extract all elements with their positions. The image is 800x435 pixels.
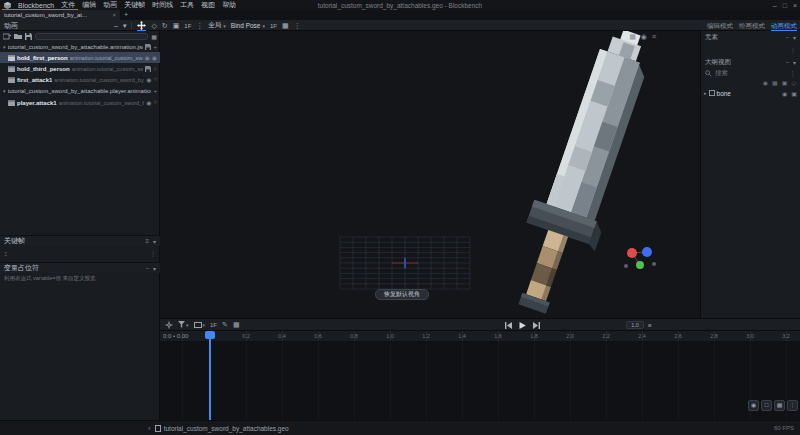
animation-row-hold-third-person[interactable]: hold_third_person animation.tutorial_cus… [0,63,160,74]
animation-play-icon[interactable]: ○ [153,76,157,83]
panel-menu-icon[interactable]: ▦ [151,33,157,40]
chevron-right-icon[interactable]: ▸ [704,90,707,96]
panel-collapse-icon[interactable]: ▾ [793,59,796,66]
tab-edit-mode[interactable]: 编辑模式 [707,20,733,31]
animation-row-player-attack1[interactable]: player.attack1 animation.tutorial_custom… [0,97,160,108]
pivot-tool-button[interactable]: ◇ [151,20,156,31]
menu-item[interactable]: 视图 [201,0,215,10]
timeline-settings-icon[interactable] [165,321,173,329]
tab-close-icon[interactable]: × [112,12,116,18]
panel-collapse-dash-icon[interactable]: – [146,265,149,271]
jump-to-start-button[interactable] [505,322,512,329]
close-button[interactable]: × [793,2,797,9]
move-tool-button[interactable] [137,20,146,31]
rotate-tool-button[interactable]: ↻ [162,20,168,31]
keyframe-panel-header[interactable]: 关键帧 ≡ ▾ [0,235,160,246]
keyframe-menu-icon[interactable]: ⋮ [150,250,156,257]
animation-search-input[interactable] [35,33,148,40]
animation-play-icon[interactable]: ○ [153,66,157,72]
minimize-button[interactable]: – [773,2,777,9]
project-tab[interactable]: tutorial_custom_sword_by_at... × [0,10,120,20]
add-to-file-icon[interactable]: + [153,44,157,50]
animation-save-icon[interactable] [145,66,151,72]
search-menu-icon[interactable]: ⋮ [790,70,797,78]
element-panel-header[interactable]: 元素 – ▾ [701,31,800,43]
outliner-search[interactable]: 搜索 ⋮ [701,68,800,79]
bone-visibility-icon[interactable]: ◉ [782,90,787,97]
3d-viewport[interactable]: ▦ ◉ ≡ 恢复默认视角 [160,31,700,318]
toolbar-overflow-icon[interactable]: ⋮ [294,20,301,31]
outliner-panel-header[interactable]: 大纲视图 – ▾ [701,56,800,68]
animation-file-row[interactable]: ▾ tutorial_custom_sword_by_attachable.an… [0,41,160,52]
toolbar-caret-icon[interactable]: ▾ [123,20,127,31]
save-file-icon[interactable] [145,44,151,50]
panel-menu-icon[interactable]: ≡ [145,238,149,244]
viewport-camera-icon[interactable]: ◉ [641,33,647,41]
playhead-line[interactable] [209,331,211,421]
record-button[interactable]: □ [761,400,772,411]
maximize-button[interactable]: □ [783,2,787,9]
frame-snap2-label[interactable]: 1F [270,20,277,31]
menu-item[interactable]: 工具 [180,0,194,10]
panel-collapse-dash-icon[interactable]: – [786,34,789,40]
add-animation-icon[interactable] [3,33,11,40]
new-tab-button[interactable]: + [120,10,132,20]
menu-item[interactable]: 帮助 [222,0,236,10]
toggle-lock-icon[interactable]: ▣ [782,79,788,88]
pose-mode-dropdown[interactable]: Bind Pose ▾ [231,22,265,29]
animation-play-icon[interactable]: ○ [153,99,157,106]
menu-item[interactable]: 时间线 [152,0,173,10]
placeholders-panel-header[interactable]: 变量占位符 – ▾ [0,262,160,273]
animation-row-first-attack1[interactable]: first_attack1 animation.tutorial_custom_… [0,74,160,85]
animation-save-icon[interactable]: ◉ [146,76,151,83]
panel-collapse-dash-icon[interactable]: – [786,59,789,65]
playhead-handle[interactable] [205,331,215,339]
animation-play-icon[interactable]: ◉ [152,54,157,61]
frame-snap-label[interactable]: 1F [184,20,191,31]
timeline-ruler[interactable]: 0:0 • 0.00 0.20.40.60.81.01.21.41.61.82.… [160,331,800,342]
screenshot-button[interactable]: ◉ [748,400,759,411]
viewport-menu-icon[interactable]: ≡ [652,33,656,41]
panel-collapse-icon[interactable]: ▾ [153,265,156,272]
toggle-grid-icon[interactable]: ▦ [772,79,778,88]
channels-dropdown[interactable]: ▾ [194,322,206,328]
menu-item[interactable]: 编辑 [82,0,96,10]
frame-step-label[interactable]: 1F [210,322,217,328]
menu-item[interactable]: 动画 [103,0,117,10]
panel-collapse-icon[interactable]: ▾ [793,34,796,41]
timeline-tracks[interactable] [160,342,800,421]
animation-save-icon[interactable]: ◉ [146,99,151,106]
viewport-grid-icon[interactable]: ▦ [629,33,636,41]
import-animation-icon[interactable] [14,33,22,39]
keyframe-sort-icon[interactable]: ↕ [4,250,8,257]
animation-file-row[interactable]: ▾ tutorial_custom_sword_by_attachable.pl… [0,85,160,96]
scale-tool-button[interactable]: ▣ [173,20,180,31]
animation-row-hold-first-person[interactable]: hold_first_person animation.tutorial_cus… [0,52,160,63]
toggle-select-icon[interactable]: ◇ [791,79,796,88]
jump-to-end-button[interactable] [533,322,540,329]
grid-toggle-icon[interactable]: ▦ [282,20,289,31]
timeline-menu-icon[interactable]: ≡ [648,322,652,329]
scroll-left-icon[interactable]: ‹ [148,424,151,433]
grid-view-button[interactable]: ▦ [774,400,785,411]
outliner-bone-row[interactable]: ▸ bone ◉ ▣ [701,88,800,98]
onion-skin-icon[interactable]: ▦ [233,321,240,329]
chevron-down-icon[interactable]: ▾ [3,44,6,50]
more-actions-button[interactable]: ⋮ [787,400,798,411]
tab-animate-mode[interactable]: 动画模式 [771,20,797,31]
collapse-toolbar-icon[interactable]: – [114,20,118,31]
play-button[interactable] [519,322,526,329]
camera-angle-pill[interactable]: 恢复默认视角 [375,289,429,300]
tab-paint-mode[interactable]: 绘画模式 [739,20,765,31]
chevron-down-icon[interactable]: ▾ [3,88,6,94]
add-to-file-icon[interactable]: + [153,88,157,94]
playback-speed-input[interactable]: 1.0 [626,321,644,329]
toolbar-menu-icon[interactable]: ⋮ [196,20,203,31]
save-all-icon[interactable] [25,33,32,40]
statusbar-file-chip[interactable]: tutorial_custom_sword_by_attachables.geo [155,425,289,432]
panel-collapse-icon[interactable]: ▾ [153,238,156,245]
element-menu-icon[interactable]: ⋮ [790,46,796,53]
transform-space-dropdown[interactable]: 全局 ▾ [208,21,226,30]
filter-dropdown[interactable]: ▾ [178,321,189,328]
menu-item[interactable]: 关键帧 [124,0,145,10]
